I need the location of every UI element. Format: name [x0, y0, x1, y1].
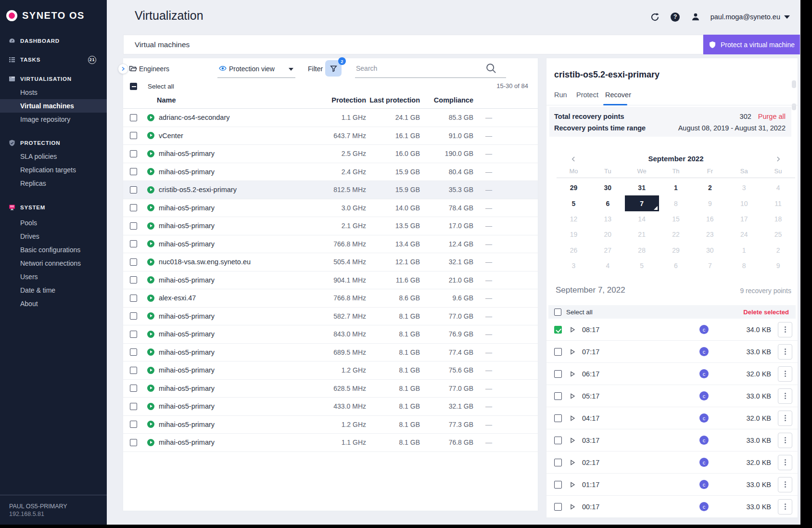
row-checkbox[interactable] — [130, 367, 137, 374]
sidebar-item-network-connections[interactable]: Networi connections — [0, 257, 107, 270]
sidebar-item-dashboard[interactable]: DASHBOARD — [0, 34, 107, 48]
recovery-point-checkbox[interactable] — [554, 392, 562, 400]
kebab-menu-button[interactable] — [778, 366, 792, 382]
run-recovery-point-icon[interactable] — [570, 349, 576, 355]
run-recovery-point-icon[interactable] — [570, 504, 576, 510]
row-checkbox[interactable] — [130, 114, 137, 121]
table-row[interactable]: nuc018-vsa.sw.eng.syneto.eu 505.4 MHz 12… — [123, 253, 538, 271]
row-checkbox[interactable] — [130, 132, 137, 139]
recovery-point-row[interactable]: 01:17 c 33.0 KB — [546, 474, 798, 496]
run-recovery-point-icon[interactable] — [570, 482, 576, 488]
run-recovery-point-icon[interactable] — [570, 327, 576, 333]
calendar-day[interactable]: 20 — [591, 227, 625, 242]
calendar-day[interactable]: 29 — [659, 243, 693, 258]
column-header-last-protection[interactable]: Last protection — [369, 96, 420, 104]
recovery-point-row[interactable]: 02:17 c 32.0 KB — [546, 451, 798, 474]
calendar-day[interactable]: 13 — [591, 211, 625, 227]
table-row[interactable]: mihai-os5-primary 2.1 GHz 13.5 GB 17.0 G… — [123, 217, 538, 235]
calendar-next-icon[interactable] — [774, 155, 782, 163]
calendar-day[interactable]: 18 — [761, 211, 795, 227]
row-checkbox[interactable] — [130, 348, 137, 356]
calendar-day[interactable]: 14 — [625, 211, 659, 227]
row-checkbox[interactable] — [130, 421, 137, 428]
sidebar-item-pools[interactable]: Pools — [0, 216, 107, 230]
sidebar-item-protection[interactable]: PROTECTION — [0, 136, 107, 150]
row-checkbox[interactable] — [130, 204, 137, 211]
table-row[interactable]: mihai-os5-primary 628.5 MHz 8.1 GB 77.0 … — [123, 380, 538, 398]
calendar-prev-icon[interactable] — [569, 155, 578, 163]
pagination[interactable]: 15-30 of 84 — [496, 82, 528, 90]
table-row[interactable]: adrianc-os4-secondary 1.1 GHz 24.1 GB 85… — [123, 109, 538, 127]
sidebar-item-hosts[interactable]: Hosts — [0, 86, 107, 99]
calendar-day[interactable]: 4 — [591, 258, 625, 273]
sidebar-item-users[interactable]: Users — [0, 270, 107, 283]
row-checkbox[interactable] — [130, 312, 137, 320]
kebab-menu-button[interactable] — [778, 433, 792, 448]
row-checkbox[interactable] — [130, 168, 137, 175]
help-icon[interactable]: ? — [669, 11, 682, 23]
sidebar-item-replication-targets[interactable]: Replication targets — [0, 163, 107, 177]
table-row[interactable]: mihai-os5-primary 2.4 GHz 15.9 GB 80.4 G… — [123, 163, 538, 181]
sidebar-item-system[interactable]: SYSTEM — [0, 201, 107, 214]
table-row[interactable]: cristib-os5.2-esxi-primary 812.5 MHz 15.… — [123, 181, 538, 199]
calendar-day[interactable]: 31 — [625, 180, 659, 195]
calendar-day[interactable]: 6 — [591, 195, 625, 211]
recovery-point-checkbox[interactable] — [554, 326, 562, 334]
recovery-point-checkbox[interactable] — [554, 348, 562, 356]
kebab-menu-button[interactable] — [778, 499, 792, 515]
table-row[interactable]: alex-esxi.47 766.8 MHz 8.6 GB 9.6 GB — — [123, 289, 538, 308]
table-row[interactable]: mihai-os5-primary 1.2 GHz 8.1 GB 75.6 GB… — [123, 361, 538, 380]
run-recovery-point-icon[interactable] — [570, 371, 576, 377]
recovery-point-row[interactable]: 00:17 c 33.0 KB — [546, 496, 798, 518]
row-checkbox[interactable] — [130, 276, 137, 283]
row-checkbox[interactable] — [130, 439, 137, 446]
calendar-day[interactable]: 15 — [659, 211, 693, 227]
recovery-point-checkbox[interactable] — [554, 459, 562, 466]
calendar-day[interactable]: 24 — [727, 227, 761, 242]
calendar-day[interactable]: 2 — [761, 243, 795, 258]
view-caret-icon[interactable] — [289, 68, 293, 71]
recovery-point-checkbox[interactable] — [554, 481, 562, 489]
calendar-day[interactable]: 6 — [659, 258, 693, 273]
view-selector[interactable]: Protection view — [229, 65, 275, 73]
row-checkbox[interactable] — [130, 240, 137, 247]
delete-selected-link[interactable]: Delete selected — [743, 309, 789, 316]
tab-run[interactable]: Run — [554, 91, 567, 99]
protect-vm-button[interactable]: Protect a virtual machine — [703, 35, 800, 54]
row-checkbox[interactable] — [130, 150, 137, 157]
calendar-day[interactable]: 7 — [693, 258, 727, 273]
calendar-day[interactable]: 28 — [625, 243, 659, 258]
calendar-day[interactable]: 21 — [625, 227, 659, 242]
calendar-day[interactable]: 8 — [727, 258, 761, 273]
refresh-icon[interactable] — [649, 11, 661, 23]
kebab-menu-button[interactable] — [778, 388, 792, 404]
row-checkbox[interactable] — [130, 295, 137, 302]
calendar-day[interactable]: 16 — [693, 211, 727, 227]
table-row[interactable]: mihai-os5-primary 1.2 GHz 8.1 GB 77.3 GB… — [123, 416, 538, 434]
sidebar-item-image-repository[interactable]: Image repository — [0, 113, 107, 126]
calendar-day[interactable]: 9 — [761, 258, 795, 273]
calendar-day[interactable]: 22 — [659, 227, 693, 242]
column-header-protection[interactable]: Protection — [331, 96, 366, 104]
calendar-day[interactable]: 25 — [761, 227, 795, 242]
table-row[interactable]: mihai-os5-primary 433.0 MHz 8.1 GB 32.1 … — [123, 398, 538, 416]
recovery-point-row[interactable]: 07:17 c 33.0 KB — [546, 341, 798, 363]
recovery-point-checkbox[interactable] — [554, 414, 562, 422]
calendar-day[interactable]: 9 — [693, 195, 727, 211]
kebab-menu-button[interactable] — [778, 477, 792, 492]
sidebar-item-drives[interactable]: Drives — [0, 230, 107, 243]
group-label[interactable]: Engineers — [139, 65, 169, 73]
table-row[interactable]: mihai-os5-primary 582.7 MHz 8.1 GB 77.0 … — [123, 308, 538, 326]
run-recovery-point-icon[interactable] — [570, 460, 576, 465]
tab-protect[interactable]: Protect — [576, 91, 598, 99]
select-all-checkbox[interactable] — [130, 83, 137, 90]
user-email[interactable]: paul.moga@syneto.eu — [710, 13, 780, 21]
table-row[interactable]: mihai-os5-primary 689.5 MHz 8.1 GB 77.4 … — [123, 344, 538, 362]
sidebar-item-sla-policies[interactable]: SLA policies — [0, 150, 107, 163]
sidebar-item-virtual-machines[interactable]: Virtual machines — [0, 99, 107, 113]
recovery-select-all-checkbox[interactable] — [554, 309, 561, 316]
calendar-day[interactable]: 12 — [557, 211, 591, 227]
calendar-day[interactable]: 10 — [727, 195, 761, 211]
user-icon[interactable] — [689, 11, 702, 23]
kebab-menu-button[interactable] — [778, 411, 792, 426]
